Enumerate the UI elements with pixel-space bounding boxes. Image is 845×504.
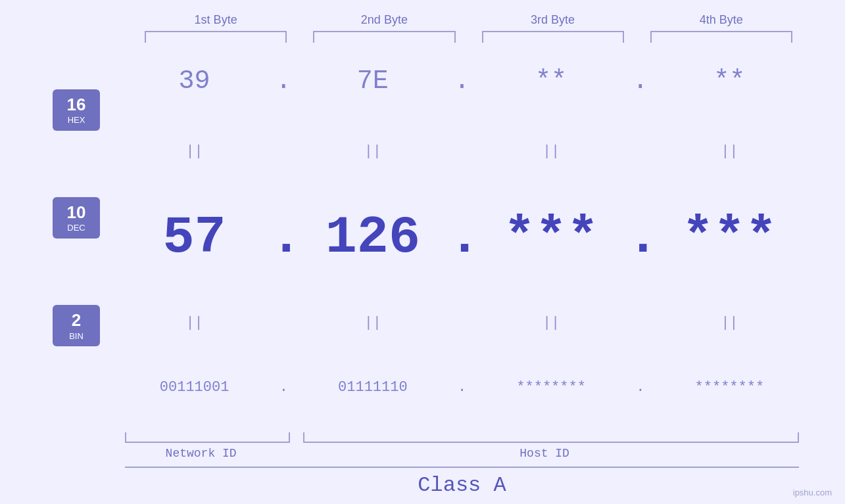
equals-row-1: || || || ||	[118, 143, 806, 160]
hex-badge: 16 HEX	[53, 89, 100, 131]
network-id-label: Network ID	[118, 447, 283, 460]
class-bracket-line	[125, 467, 799, 468]
bin-byte1: 00111001	[118, 379, 270, 396]
bin-badge: 2 BIN	[53, 305, 100, 346]
dec-badge: 10 DEC	[53, 197, 100, 239]
footer-text: ipshu.com	[793, 488, 832, 497]
byte-label-4: 4th Byte	[637, 13, 806, 43]
hex-byte4: **	[654, 66, 806, 96]
hex-byte2: 7E	[297, 66, 448, 96]
hex-dot3: .	[627, 66, 654, 96]
values-area: 39 . 7E . ** . **	[118, 43, 806, 432]
dec-byte2: 126	[297, 208, 448, 267]
bin-row: 00111001 . 01111110 . ******** .	[118, 379, 806, 396]
dec-dot2: .	[449, 208, 475, 267]
host-id-label: Host ID	[283, 447, 806, 460]
dec-byte3: ***	[475, 208, 627, 267]
bin-byte3: ********	[475, 379, 627, 396]
byte-label-3: 3rd Byte	[469, 13, 637, 43]
id-labels-row: Network ID Host ID	[118, 447, 806, 460]
hex-row: 39 . 7E . ** . **	[118, 66, 806, 96]
bin-byte4: ********	[654, 379, 806, 396]
main-area: 16 HEX 10 DEC 2 BIN 39 .	[39, 43, 806, 432]
hex-byte1: 39	[118, 66, 270, 96]
bottom-brackets-row	[118, 432, 806, 443]
dec-byte4: ***	[654, 208, 806, 267]
badges-column: 16 HEX 10 DEC 2 BIN	[39, 43, 118, 432]
dec-dot3: .	[627, 208, 654, 267]
class-label: Class A	[418, 473, 506, 497]
host-bracket	[303, 432, 799, 443]
bin-dot2: .	[449, 379, 475, 396]
hex-dot2: .	[449, 66, 475, 96]
bin-byte2: 01111110	[297, 379, 448, 396]
network-bracket	[125, 432, 290, 443]
hex-byte3: **	[475, 66, 627, 96]
class-label-row: Class A	[118, 473, 806, 504]
hex-dot1: .	[270, 66, 297, 96]
dec-row: 57 . 126 . *** . ***	[118, 208, 806, 267]
bin-dot3: .	[627, 379, 654, 396]
dec-byte1: 57	[118, 208, 270, 267]
byte-label-2: 2nd Byte	[300, 13, 468, 43]
byte-labels-row: 1st Byte 2nd Byte 3rd Byte 4th Byte	[39, 13, 806, 43]
bin-dot1: .	[270, 379, 297, 396]
equals-row-2: || || || ||	[118, 315, 806, 332]
byte-label-1: 1st Byte	[132, 13, 300, 43]
dec-dot1: .	[270, 208, 297, 267]
